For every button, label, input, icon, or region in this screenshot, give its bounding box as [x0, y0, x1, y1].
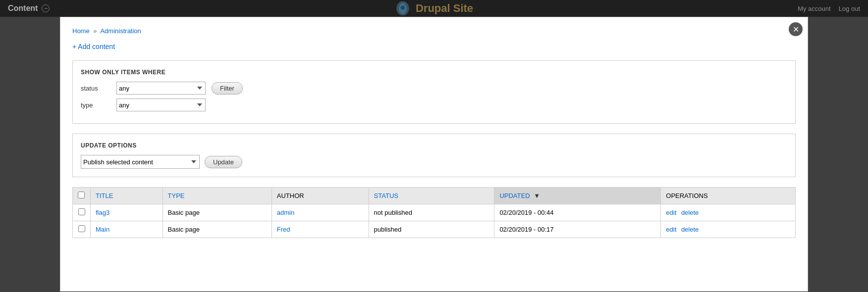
- row2-operations-cell: edit delete: [661, 221, 796, 238]
- modal-close-button[interactable]: ✕: [789, 22, 803, 36]
- row2-title-cell: Main: [91, 221, 163, 238]
- th-type-label: TYPE: [168, 192, 185, 199]
- modal: ✕ Home » Administration + Add content SH…: [60, 17, 808, 292]
- row1-updated-cell: 02/20/2019 - 00:44: [494, 204, 661, 221]
- update-section: UPDATE OPTIONS Publish selected content …: [72, 134, 796, 177]
- select-all-checkbox[interactable]: [78, 192, 85, 198]
- th-status[interactable]: STATUS: [369, 188, 494, 204]
- row1-checkbox-cell: [73, 204, 91, 221]
- row1-author-link[interactable]: admin: [277, 209, 294, 216]
- update-section-title: UPDATE OPTIONS: [81, 142, 787, 149]
- row2-checkbox[interactable]: [78, 225, 85, 232]
- row2-author-cell: Fred: [271, 221, 369, 238]
- content-table: TITLE TYPE AUTHOR STATUS UPDATED ▼: [72, 187, 796, 238]
- row1-operations-cell: edit delete: [661, 204, 796, 221]
- th-author-label: AUTHOR: [277, 192, 304, 199]
- row1-title-link[interactable]: flag3: [96, 209, 109, 216]
- type-filter-row: type any Basic page Article: [81, 98, 787, 111]
- row1-status: not published: [374, 209, 412, 216]
- row2-status: published: [374, 226, 402, 233]
- row2-delete-link[interactable]: delete: [681, 226, 699, 233]
- row2-type-cell: Basic page: [163, 221, 271, 238]
- row2-author-link[interactable]: Fred: [277, 226, 290, 233]
- row1-title-cell: flag3: [91, 204, 163, 221]
- row1-checkbox[interactable]: [78, 208, 85, 215]
- table-row: Main Basic page Fred published 02/20/201…: [73, 221, 796, 238]
- update-button[interactable]: Update: [205, 156, 242, 168]
- th-author: AUTHOR: [271, 188, 369, 204]
- row2-checkbox-cell: [73, 221, 91, 238]
- row2-updated-cell: 02/20/2019 - 00:17: [494, 221, 661, 238]
- table-header-row: TITLE TYPE AUTHOR STATUS UPDATED ▼: [73, 188, 796, 204]
- breadcrumb-separator: »: [93, 27, 97, 35]
- th-title[interactable]: TITLE: [91, 188, 163, 204]
- sort-arrow-icon: ▼: [534, 192, 540, 199]
- row1-updated: 02/20/2019 - 00:44: [499, 209, 553, 216]
- th-checkbox: [73, 188, 91, 204]
- row2-updated: 02/20/2019 - 00:17: [499, 226, 553, 233]
- status-filter-row: status any published not published Filte…: [81, 82, 787, 95]
- filter-section: SHOW ONLY ITEMS WHERE status any publish…: [72, 60, 796, 124]
- row2-type: Basic page: [168, 226, 200, 233]
- status-filter-select[interactable]: any published not published: [116, 82, 206, 95]
- breadcrumb-home[interactable]: Home: [72, 27, 90, 35]
- row1-type-cell: Basic page: [163, 204, 271, 221]
- type-filter-label: type: [81, 101, 110, 109]
- row1-author-cell: admin: [271, 204, 369, 221]
- row1-status-cell: not published: [369, 204, 494, 221]
- th-title-label: TITLE: [96, 192, 113, 199]
- row1-delete-link[interactable]: delete: [681, 209, 699, 216]
- row2-edit-link[interactable]: edit: [666, 226, 676, 233]
- table-row: flag3 Basic page admin not published 02/…: [73, 204, 796, 221]
- filter-button[interactable]: Filter: [212, 82, 243, 95]
- breadcrumb: Home » Administration: [72, 27, 796, 35]
- th-updated-label: UPDATED: [499, 192, 530, 199]
- update-row: Publish selected content Unpublish selec…: [81, 155, 787, 169]
- th-operations-label: OPERATIONS: [666, 192, 707, 199]
- row1-type: Basic page: [168, 209, 200, 216]
- th-status-label: STATUS: [374, 192, 398, 199]
- row2-title-link[interactable]: Main: [96, 226, 109, 233]
- status-filter-label: status: [81, 85, 110, 92]
- type-filter-select[interactable]: any Basic page Article: [116, 98, 206, 111]
- th-updated[interactable]: UPDATED ▼: [494, 188, 661, 204]
- th-operations: OPERATIONS: [661, 188, 796, 204]
- modal-overlay: ✕ Home » Administration + Add content SH…: [0, 0, 868, 292]
- breadcrumb-admin[interactable]: Administration: [100, 27, 141, 35]
- add-content-link[interactable]: + Add content: [72, 43, 115, 50]
- filter-section-title: SHOW ONLY ITEMS WHERE: [81, 69, 787, 76]
- update-action-select[interactable]: Publish selected content Unpublish selec…: [81, 155, 200, 169]
- row2-status-cell: published: [369, 221, 494, 238]
- row1-edit-link[interactable]: edit: [666, 209, 676, 216]
- th-type[interactable]: TYPE: [163, 188, 271, 204]
